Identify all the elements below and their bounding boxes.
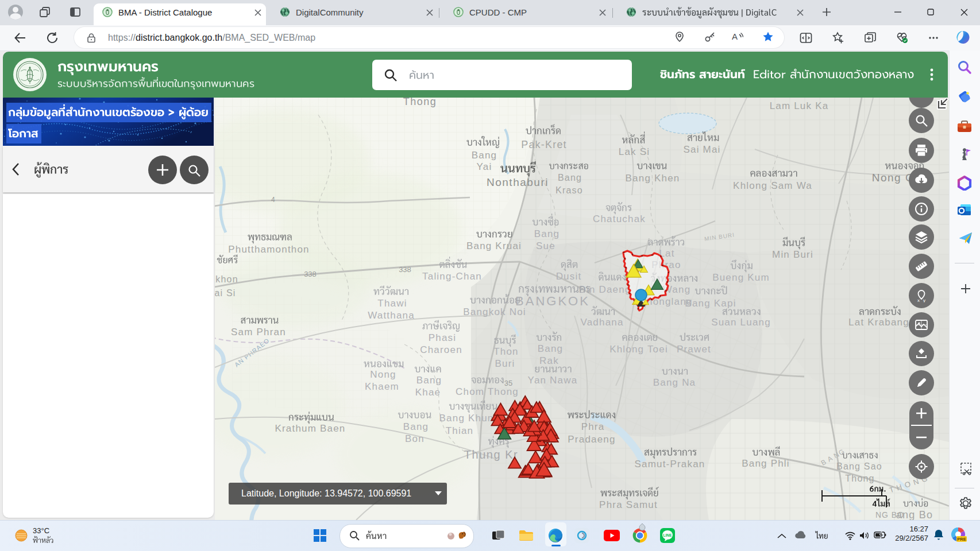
svg-text:Bang Khun: Bang Khun [439, 413, 494, 424]
svg-text:Nonthaburi: Nonthaburi [487, 176, 549, 188]
svg-text:Nong: Nong [370, 369, 396, 380]
svg-text:Thawi: Thawi [377, 298, 407, 309]
svg-text:Chom Thong: Chom Thong [456, 386, 519, 397]
svg-text:Khae: Khae [415, 387, 441, 398]
svg-text:Sai Mai: Sai Mai [683, 144, 720, 155]
svg-text:Khlong Sam Wa: Khlong Sam Wa [733, 180, 812, 191]
svg-text:Vadhana: Vadhana [580, 317, 623, 328]
svg-text:Watthana: Watthana [368, 310, 415, 321]
svg-text:hai Si: hai Si [215, 288, 236, 298]
svg-text:Bang Sao: Bang Sao [836, 461, 882, 471]
svg-text:Dusit: Dusit [556, 271, 582, 282]
svg-text:ang Bo: ang Bo [896, 509, 933, 520]
svg-text:Phra: Phra [581, 421, 605, 432]
svg-text:Bang: Bang [416, 375, 442, 386]
svg-text:A: A [732, 32, 738, 41]
svg-text:LINE: LINE [663, 533, 672, 537]
svg-text:Yan Nawa: Yan Nawa [528, 375, 578, 386]
svg-text:Bang Phli: Bang Phli [742, 458, 790, 469]
svg-text:338: 338 [304, 270, 317, 278]
svg-text:Pak-Kret: Pak-Kret [521, 139, 567, 150]
svg-text:BANGKOK: BANGKOK [515, 294, 590, 308]
svg-text:Bang Kruai: Bang Kruai [466, 240, 522, 251]
svg-text:akhon: akhon [215, 274, 238, 284]
svg-text:Sam Phran: Sam Phran [231, 327, 286, 337]
svg-text:Bangkok Noi: Bangkok Noi [463, 306, 526, 317]
svg-text:Bang: Bang [472, 150, 497, 161]
svg-text:Kraso: Kraso [555, 185, 583, 195]
svg-text:35: 35 [504, 379, 512, 387]
svg-text:Phutthamonthon: Phutthamonthon [228, 244, 310, 255]
svg-text:Pradaeng: Pradaeng [568, 434, 615, 445]
svg-text:Sue: Sue [536, 240, 555, 251]
svg-text:Bang Khen: Bang Khen [626, 173, 680, 184]
svg-text:Taling-Chan: Taling-Chan [422, 271, 482, 282]
svg-text:Buri: Buri [495, 358, 515, 369]
svg-text:338: 338 [399, 265, 411, 274]
svg-text:Chatuchak: Chatuchak [593, 214, 646, 224]
svg-text:Yai: Yai [477, 161, 492, 172]
svg-text:Thong: Thong [403, 98, 437, 107]
svg-text:Thon: Thon [493, 346, 519, 357]
svg-text:Bueng Kum: Bueng Kum [712, 272, 770, 283]
svg-text:Krathum Baen: Krathum Baen [275, 423, 345, 434]
svg-text:x: x [917, 298, 920, 302]
svg-text:Bang: Bang [538, 343, 564, 354]
svg-text:Bang: Bang [558, 173, 582, 183]
svg-text:Bang Kapi: Bang Kapi [685, 298, 736, 309]
svg-text:Charoen: Charoen [420, 344, 462, 355]
svg-text:Prawet: Prawet [677, 344, 711, 355]
svg-text:Khaem: Khaem [365, 381, 399, 392]
svg-text:Lam Luk Ka: Lam Luk Ka [770, 100, 829, 111]
svg-text:Suan Luang: Suan Luang [711, 317, 771, 328]
svg-text:Bang: Bang [534, 228, 560, 239]
svg-text:Thung Kr: Thung Kr [464, 448, 518, 461]
svg-text:Phasi: Phasi [429, 332, 457, 343]
svg-text:Thian: Thian [446, 425, 474, 436]
svg-text:Thong: Thong [845, 474, 874, 483]
svg-text:Bon: Bon [405, 433, 425, 444]
svg-text:Bang Na: Bang Na [653, 377, 696, 388]
svg-text:Bang: Bang [403, 421, 429, 432]
svg-text:Rak: Rak [539, 355, 559, 366]
svg-text:Samut-Prakan: Samut-Prakan [634, 459, 705, 469]
svg-text:Phra Samut: Phra Samut [599, 499, 658, 510]
svg-text:Khlong Toei: Khlong Toei [609, 344, 668, 355]
svg-text:PRE: PRE [957, 537, 966, 542]
svg-text:y: y [923, 298, 925, 302]
svg-text:Lat Krabang: Lat Krabang [848, 317, 909, 328]
svg-text:4: 4 [271, 196, 275, 204]
svg-text:Lak Si: Lak Si [619, 146, 650, 157]
svg-text:Min Buri: Min Buri [772, 249, 813, 260]
